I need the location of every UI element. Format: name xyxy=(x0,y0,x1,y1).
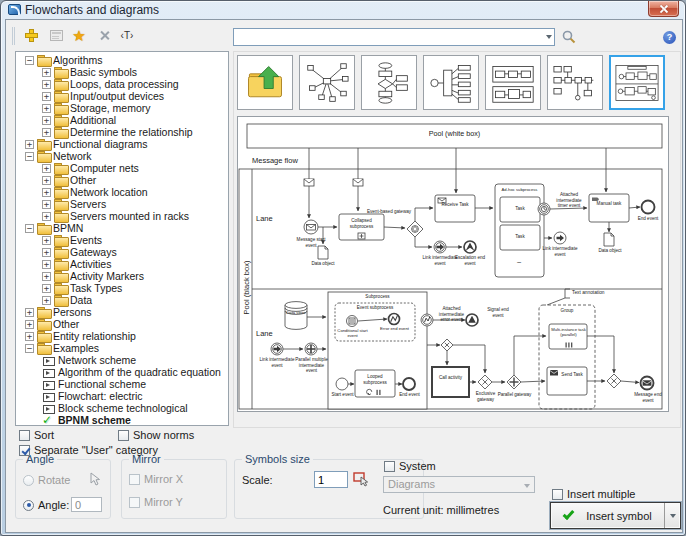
tree-item[interactable]: + Basic symbols xyxy=(16,66,228,78)
tree-item[interactable]: + Data xyxy=(16,294,228,306)
rotate-radio[interactable]: Rotate xyxy=(23,474,70,486)
checkbox-icon xyxy=(384,461,395,472)
search-icon[interactable] xyxy=(562,30,576,48)
mirror-x-checkbox[interactable]: Mirror X xyxy=(129,473,183,485)
thumbnail-bpmn-scheme[interactable] xyxy=(609,55,665,110)
tree-item[interactable]: + Entity relationship xyxy=(16,330,228,342)
separate-user-checkbox[interactable]: Separate "User" category xyxy=(19,444,158,456)
insert-symbol-button[interactable]: Insert symbol xyxy=(550,502,681,529)
thumbnail-functional-scheme[interactable] xyxy=(423,55,479,110)
delete-button[interactable] xyxy=(93,25,115,45)
system-checkbox[interactable]: System xyxy=(384,460,436,472)
thumbnail-quadratic-equation-flowchart[interactable] xyxy=(361,55,417,110)
tree-expander[interactable]: + xyxy=(42,80,51,89)
folder-icon xyxy=(54,295,67,306)
tree-item[interactable]: Network scheme xyxy=(16,354,228,366)
chevron-down-icon xyxy=(670,514,676,518)
tree-item[interactable]: + Events xyxy=(16,234,228,246)
label-group: Group xyxy=(539,308,595,314)
tree-expander[interactable]: + xyxy=(42,296,51,305)
tree-item[interactable]: + Input/output devices xyxy=(16,90,228,102)
tree-item[interactable]: Functional scheme xyxy=(16,378,228,390)
insert-multiple-checkbox[interactable]: Insert multiple xyxy=(552,488,635,500)
close-button[interactable] xyxy=(648,1,679,17)
tree-item[interactable]: + Determine the relationship xyxy=(16,126,228,138)
system-select[interactable]: Diagrams xyxy=(383,476,535,493)
toolbar-gripper[interactable] xyxy=(12,27,16,45)
sort-checkbox[interactable]: Sort xyxy=(19,429,54,441)
tree-expander[interactable]: + xyxy=(42,200,51,209)
tree-item[interactable]: Algorithm of the quadratic equation xyxy=(16,366,228,378)
tree-item[interactable]: + Functional diagrams xyxy=(16,138,228,150)
tree-item[interactable]: − Network xyxy=(16,150,228,162)
thumbnail-electric-flowchart[interactable] xyxy=(547,55,603,110)
tree-item[interactable]: + Additional xyxy=(16,114,228,126)
properties-button[interactable] xyxy=(45,25,67,45)
tree-item[interactable]: + Network location xyxy=(16,186,228,198)
thumbnail-block-scheme[interactable] xyxy=(485,55,541,110)
tree-expander[interactable]: + xyxy=(42,92,51,101)
tree-item[interactable]: + Other xyxy=(16,174,228,186)
label-adhoc-subprocess: Ad-hoc subprocess xyxy=(496,187,543,192)
tree-item[interactable]: Flowchart: electric xyxy=(16,390,228,402)
angle-input[interactable] xyxy=(71,497,102,512)
thumbnail-network-scheme[interactable] xyxy=(299,55,355,110)
tree-item[interactable]: − Examples xyxy=(16,342,228,354)
chevron-down-icon[interactable] xyxy=(546,35,552,39)
tree-expander[interactable]: − xyxy=(25,56,34,65)
tree-expander[interactable]: − xyxy=(25,344,34,353)
search-input[interactable] xyxy=(236,30,536,44)
tree-item[interactable]: + Other xyxy=(16,318,228,330)
text-tool-button[interactable]: ‹T› xyxy=(116,25,138,45)
tree-expander[interactable]: + xyxy=(25,308,34,317)
tree-expander[interactable]: + xyxy=(42,212,51,221)
label-task-1: Task xyxy=(500,206,540,212)
tree-expander[interactable]: + xyxy=(42,188,51,197)
tree-item[interactable]: + Servers xyxy=(16,198,228,210)
tree-expander[interactable]: + xyxy=(42,116,51,125)
angle-radio[interactable]: Angle: xyxy=(23,499,69,511)
tree-expander[interactable]: + xyxy=(42,260,51,269)
insert-symbol-dropdown[interactable] xyxy=(664,503,680,528)
tree-item[interactable]: + Loops, data processing xyxy=(16,78,228,90)
tree-expander[interactable]: + xyxy=(42,248,51,257)
tree-expander[interactable]: + xyxy=(42,236,51,245)
tree-item[interactable]: + Activity Markers xyxy=(16,270,228,282)
scale-pick-button[interactable] xyxy=(352,470,370,488)
tree-expander[interactable]: + xyxy=(25,320,34,329)
add-symbol-button[interactable] xyxy=(20,25,42,45)
tree-item[interactable]: + Computer nets xyxy=(16,162,228,174)
tree-item[interactable]: + Persons xyxy=(16,306,228,318)
tree-expander[interactable]: − xyxy=(25,152,34,161)
tree-expander[interactable]: + xyxy=(42,176,51,185)
thumbnail-parent-folder[interactable] xyxy=(237,55,293,110)
help-button[interactable]: ? xyxy=(663,31,676,44)
tree-item[interactable]: + Task Types xyxy=(16,282,228,294)
tree-item[interactable]: + Servers mounted in racks xyxy=(16,210,228,222)
tree-expander[interactable]: + xyxy=(42,272,51,281)
tree-expander[interactable]: − xyxy=(25,224,34,233)
tree-expander[interactable]: + xyxy=(42,128,51,137)
show-norms-checkbox[interactable]: Show norms xyxy=(118,429,194,441)
tree-expander[interactable]: + xyxy=(25,332,34,341)
tree-item[interactable]: + Activities xyxy=(16,258,228,270)
tree-item[interactable]: BPNM scheme xyxy=(16,414,228,426)
tree-item[interactable]: + Gateways xyxy=(16,246,228,258)
folder-icon xyxy=(54,67,67,78)
tree-expander[interactable]: + xyxy=(42,68,51,77)
tree-expander[interactable]: + xyxy=(42,284,51,293)
tree-item[interactable]: + Storage, memory xyxy=(16,102,228,114)
tree-item[interactable]: − Algorithms xyxy=(16,54,228,66)
mirror-y-checkbox[interactable]: Mirror Y xyxy=(129,496,183,508)
tree-expander[interactable]: + xyxy=(42,164,51,173)
favorites-button[interactable]: ★ xyxy=(68,25,90,45)
search-combobox[interactable] xyxy=(233,28,555,46)
tree-item[interactable]: − BPMN xyxy=(16,222,228,234)
tree-expander[interactable]: + xyxy=(42,104,51,113)
tree-expander[interactable]: + xyxy=(25,140,34,149)
scale-input[interactable] xyxy=(314,471,348,488)
symbol-category-tree[interactable]: − Algorithms + Basic symbols + Loops, da… xyxy=(15,51,229,426)
close-icon xyxy=(660,5,668,13)
label-subprocess: Subprocess xyxy=(328,294,427,300)
label-pool-white: Pool (white box) xyxy=(358,130,551,139)
